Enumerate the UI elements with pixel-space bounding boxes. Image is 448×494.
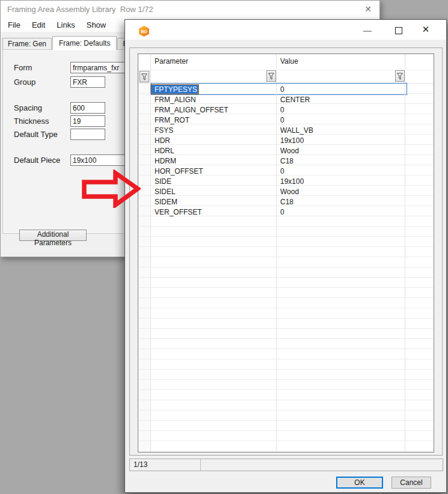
default-type-input[interactable] bbox=[70, 129, 105, 140]
parameter-name: SIDEM bbox=[151, 197, 177, 206]
parameter-name: HDRL bbox=[151, 146, 174, 155]
additional-parameters-button[interactable]: Additional Parameters bbox=[19, 230, 87, 241]
table-row[interactable]: FRM_ALIGN_OFFSET 0 bbox=[138, 104, 434, 114]
table-row[interactable]: HDRM C18 bbox=[138, 155, 434, 165]
parameter-value: 0 bbox=[277, 115, 284, 124]
empty-row bbox=[138, 278, 434, 288]
table-row[interactable]: HDR 19x100 bbox=[138, 135, 434, 145]
row-count-indicator: 1/13 bbox=[130, 459, 201, 471]
thickness-label: Thickness bbox=[14, 117, 49, 126]
spacing-label: Spacing bbox=[14, 103, 42, 112]
parameter-grid-panel: Parameter Value bbox=[129, 47, 443, 456]
library-close-icon[interactable]: ✕ bbox=[361, 4, 375, 14]
bd-app-icon: BD bbox=[139, 26, 149, 37]
parameter-value: C18 bbox=[277, 156, 293, 165]
menu-item[interactable]: Edit bbox=[30, 19, 47, 31]
empty-row bbox=[138, 247, 434, 257]
parameter-value: Wood bbox=[277, 187, 299, 196]
library-titlebar: Framing Area Assembly Library Row 1/72 ✕ bbox=[1, 1, 379, 17]
close-icon[interactable]: ✕ bbox=[419, 23, 432, 35]
parameter-filter-funnel-button[interactable] bbox=[266, 70, 276, 82]
empty-row bbox=[138, 370, 434, 380]
empty-row bbox=[138, 298, 434, 308]
empty-row bbox=[138, 380, 434, 390]
parameter-value: C18 bbox=[277, 197, 293, 206]
parameter-name: FSYS bbox=[151, 126, 173, 135]
group-input[interactable] bbox=[70, 76, 105, 88]
empty-row bbox=[138, 329, 434, 339]
desktop: Framing Area Assembly Library Row 1/72 ✕… bbox=[0, 0, 448, 494]
parameter-name: VER_OFFSET bbox=[151, 207, 202, 216]
empty-row bbox=[138, 421, 434, 431]
table-row[interactable]: SIDE 19x100 bbox=[138, 175, 434, 186]
table-row[interactable]: VER_OFFSET 0 bbox=[138, 206, 434, 216]
parameter-name: FRM_ALIGN_OFFSET bbox=[151, 105, 229, 114]
empty-row bbox=[138, 441, 434, 451]
menu-item[interactable]: Links bbox=[55, 19, 76, 31]
empty-row bbox=[138, 431, 434, 441]
parameter-value: 0 bbox=[277, 166, 284, 175]
menu-item[interactable]: Show bbox=[85, 19, 108, 31]
parameters-dialog: BD ✕ Parameter Value bbox=[124, 19, 447, 493]
parameter-name: FRM_ALIGN bbox=[151, 95, 196, 104]
dialog-titlebar: BD ✕ bbox=[125, 20, 446, 40]
value-column-header: Value bbox=[277, 54, 405, 66]
parameter-value: 0 bbox=[277, 207, 284, 216]
default-type-label: Default Type bbox=[14, 130, 58, 139]
table-row[interactable]: SIDEM C18 bbox=[138, 196, 434, 206]
parameter-name: SIDE bbox=[151, 177, 171, 186]
parameter-name: FRM_ROT bbox=[151, 115, 189, 124]
empty-row bbox=[138, 216, 434, 227]
value-filter-funnel-button[interactable] bbox=[395, 70, 405, 82]
table-row[interactable]: HOR_OFFSET 0 bbox=[138, 165, 434, 175]
empty-row bbox=[138, 237, 434, 247]
empty-row bbox=[138, 349, 434, 359]
table-row[interactable]: FPTYPESYS 0 bbox=[138, 84, 434, 94]
thickness-input[interactable] bbox=[70, 115, 105, 127]
status-bar: 1/13 bbox=[129, 459, 443, 471]
empty-row bbox=[138, 359, 434, 370]
empty-row bbox=[138, 410, 434, 421]
empty-row bbox=[138, 267, 434, 278]
tab[interactable]: Frame: Defaults bbox=[52, 36, 117, 50]
parameter-value: CENTER bbox=[277, 95, 310, 104]
form-label: Form bbox=[14, 63, 32, 72]
parameter-filter-input[interactable] bbox=[151, 70, 266, 83]
red-arrow-annotation bbox=[81, 169, 141, 208]
table-row[interactable]: HDRL Wood bbox=[138, 145, 434, 155]
default-piece-label: Default Piece bbox=[14, 156, 60, 165]
parameter-table: Parameter Value bbox=[138, 53, 434, 453]
empty-row bbox=[138, 227, 434, 237]
maximize-icon[interactable] bbox=[395, 27, 402, 34]
filter-row bbox=[138, 70, 434, 84]
ok-button[interactable]: OK bbox=[336, 477, 383, 489]
value-filter-input[interactable] bbox=[277, 70, 394, 83]
parameter-value: 19x100 bbox=[277, 136, 304, 145]
menu-item[interactable]: File bbox=[6, 19, 22, 31]
row-filter-funnel-button[interactable] bbox=[140, 71, 149, 82]
tab[interactable]: Frame: Gen bbox=[2, 38, 52, 49]
funnel-icon bbox=[141, 73, 147, 81]
table-row[interactable]: FRM_ROT 0 bbox=[138, 114, 434, 124]
table-row[interactable]: FRM_ALIGN CENTER bbox=[138, 94, 434, 104]
parameter-value: 0 bbox=[277, 85, 284, 94]
parameter-value: 0 bbox=[277, 105, 284, 114]
empty-row bbox=[138, 451, 434, 453]
minimize-icon[interactable] bbox=[363, 31, 372, 32]
table-row[interactable]: FSYS WALL_VB bbox=[138, 124, 434, 135]
cancel-button[interactable]: Cancel bbox=[391, 477, 431, 489]
empty-row bbox=[138, 308, 434, 319]
group-label: Group bbox=[14, 78, 35, 87]
empty-row bbox=[138, 319, 434, 329]
funnel-icon bbox=[397, 73, 403, 80]
row-header-column bbox=[138, 54, 151, 70]
parameter-name: FPTYPESYS bbox=[151, 85, 198, 94]
funnel-icon bbox=[268, 73, 274, 80]
empty-row bbox=[138, 288, 434, 298]
tab-label: Frame: Defaults bbox=[59, 39, 110, 47]
parameter-column-header: Parameter bbox=[151, 54, 276, 66]
spacing-input[interactable] bbox=[70, 102, 105, 114]
parameter-value: 19x100 bbox=[277, 177, 304, 186]
empty-row bbox=[138, 390, 434, 400]
table-row[interactable]: SIDEL Wood bbox=[138, 186, 434, 196]
